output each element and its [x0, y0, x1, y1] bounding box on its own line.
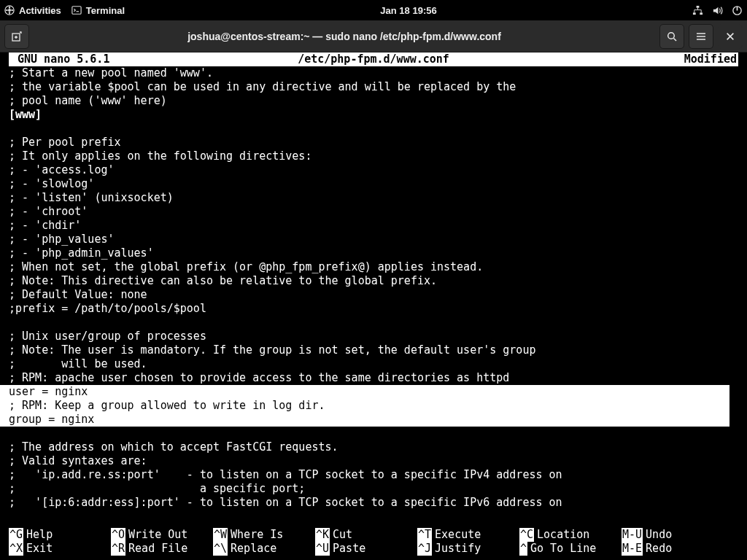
new-tab-icon	[11, 31, 23, 42]
svg-rect-3	[697, 5, 700, 7]
shortcut-key: ^C	[519, 528, 534, 542]
nano-shortcut: ^CLocation	[519, 528, 622, 542]
nano-shortcut: ^TExecute	[417, 528, 519, 542]
nano-shortcuts: ^GHelp^OWrite Out^WWhere Is^KCut^TExecut…	[9, 528, 738, 556]
nano-modified-status: Modified	[684, 52, 737, 66]
close-icon	[725, 31, 735, 42]
shortcut-label: Write Out	[125, 528, 187, 542]
editor-selected-line: ; RPM: Keep a group allowed to write in …	[0, 399, 729, 413]
close-button[interactable]	[718, 24, 743, 49]
nano-title-bar: GNU nano 5.6.1 /etc/php-fpm.d/www.conf M…	[9, 52, 738, 66]
shortcut-label: Read File	[125, 542, 187, 556]
activities-label: Activities	[19, 5, 61, 16]
new-tab-button[interactable]	[4, 24, 29, 49]
editor-section-header: [www]	[9, 108, 738, 122]
nano-shortcut: M-ERedo	[622, 542, 687, 556]
shortcut-label: Help	[23, 528, 53, 542]
volume-icon[interactable]	[712, 5, 723, 16]
nano-shortcut: ^GHelp	[9, 528, 111, 542]
shortcut-label: Where Is	[228, 528, 283, 542]
nano-shortcut: M-UUndo	[622, 528, 687, 542]
svg-point-8	[668, 32, 675, 39]
gnome-top-bar: Activities Terminal Jan 18 19:56	[0, 0, 747, 20]
power-icon[interactable]	[732, 5, 743, 16]
shortcut-key: M-E	[622, 542, 643, 556]
shortcut-label: Undo	[643, 528, 672, 542]
activities-icon	[4, 5, 15, 15]
nano-shortcut: ^JJustify	[417, 542, 519, 556]
nano-shortcut: ^RRead File	[111, 542, 213, 556]
shortcut-label: Cut	[330, 528, 352, 542]
editor-selected-line: group = nginx	[0, 413, 729, 427]
nano-version: GNU nano 5.6.1	[10, 52, 109, 66]
nano-filename: /etc/php-fpm.d/www.conf	[298, 52, 449, 66]
terminal-viewport[interactable]: GNU nano 5.6.1 /etc/php-fpm.d/www.conf M…	[0, 52, 747, 560]
nano-shortcut: ^ Go To Line	[519, 542, 622, 556]
editor-text-mid: ; Per pool prefix ; It only applies on t…	[9, 122, 738, 385]
shortcut-key: ^K	[315, 528, 330, 542]
shortcut-key: ^U	[315, 542, 330, 556]
network-icon[interactable]	[692, 5, 703, 16]
shortcut-label: Justify	[432, 542, 481, 556]
svg-rect-4	[693, 12, 696, 15]
shortcut-key: ^J	[417, 542, 432, 556]
nano-shortcut: ^OWrite Out	[111, 528, 213, 542]
editor-text-bottom: ; The address on which to accept FastCGI…	[9, 427, 738, 510]
nano-shortcut: ^XExit	[9, 542, 111, 556]
nano-shortcut: ^\Replace	[213, 542, 315, 556]
shortcut-label: Redo	[643, 542, 672, 556]
shortcut-key: ^O	[111, 528, 125, 542]
shortcut-label: Execute	[432, 528, 481, 542]
search-button[interactable]	[659, 24, 684, 49]
hamburger-menu-button[interactable]	[689, 24, 713, 49]
nano-shortcut: ^UPaste	[315, 542, 417, 556]
shortcut-label: Exit	[23, 542, 53, 556]
current-app[interactable]: Terminal	[71, 5, 125, 16]
activities-button[interactable]: Activities	[4, 5, 61, 16]
shortcut-label: Go To Line	[527, 542, 596, 556]
shortcut-label: Location	[534, 528, 589, 542]
editor-text-top: ; Start a new pool named 'www'. ; the va…	[9, 66, 738, 108]
shortcut-key: ^G	[9, 528, 23, 542]
editor-selected-line: user = nginx	[0, 385, 729, 399]
nano-shortcut: ^KCut	[315, 528, 417, 542]
nano-shortcut: ^WWhere Is	[213, 528, 315, 542]
shortcut-key: ^X	[9, 542, 23, 556]
svg-rect-2	[72, 7, 81, 15]
hamburger-icon	[695, 31, 707, 42]
terminal-icon	[71, 5, 82, 15]
svg-point-1	[8, 9, 11, 12]
shortcut-key: ^\	[213, 542, 228, 556]
shortcut-key: ^W	[213, 528, 228, 542]
shortcut-label: Replace	[228, 542, 276, 556]
search-icon	[666, 31, 678, 42]
shortcut-key: ^R	[111, 542, 125, 556]
shortcut-key: ^T	[417, 528, 432, 542]
terminal-header-bar: joshua@centos-stream:~ — sudo nano /etc/…	[0, 20, 747, 52]
current-app-label: Terminal	[86, 5, 125, 16]
shortcut-key: ^	[519, 542, 527, 556]
window-title: joshua@centos-stream:~ — sudo nano /etc/…	[34, 31, 655, 42]
svg-rect-5	[700, 12, 703, 15]
shortcut-key: M-U	[622, 528, 643, 542]
shortcut-label: Paste	[330, 542, 365, 556]
clock[interactable]: Jan 18 19:56	[125, 5, 692, 16]
